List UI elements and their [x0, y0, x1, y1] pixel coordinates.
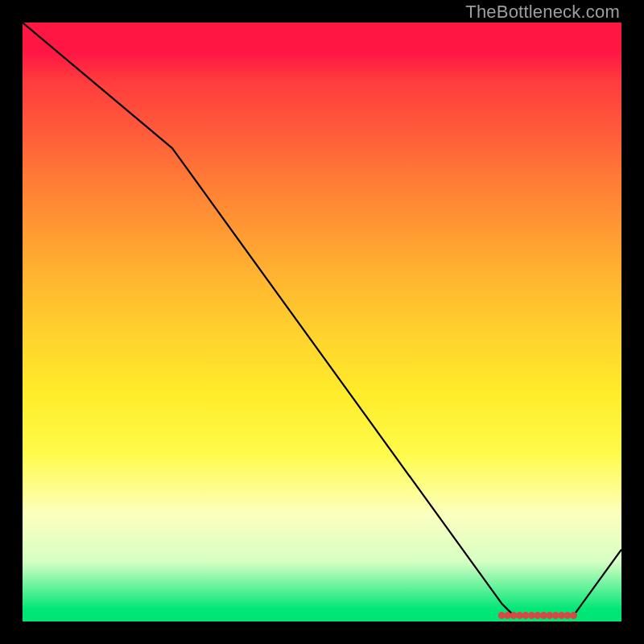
- watermark-text: TheBottleneck.com: [465, 2, 620, 23]
- optimal-zone-markers: [498, 612, 577, 619]
- marker-dot: [570, 612, 577, 619]
- chart-svg: [23, 23, 621, 621]
- bottleneck-curve: [23, 23, 621, 616]
